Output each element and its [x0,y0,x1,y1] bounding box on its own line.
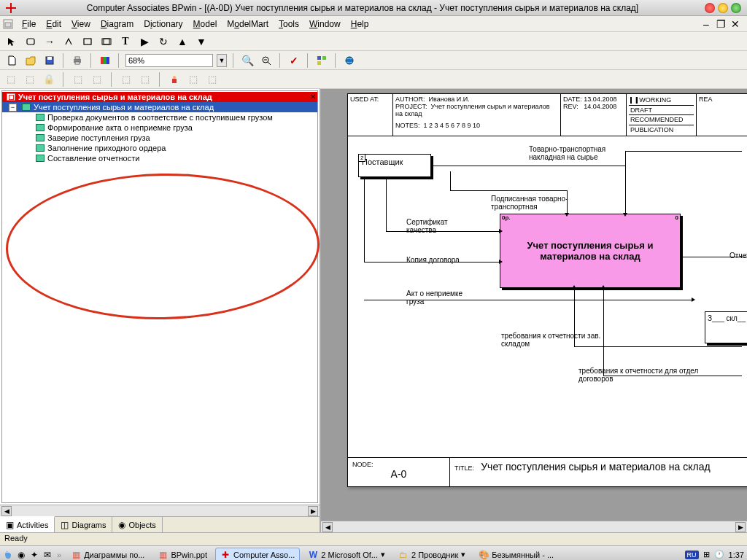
mm-btn-7[interactable]: ⬚ [139,73,152,86]
tree-item[interactable]: Формирование акта о неприемке груза [2,122,317,133]
up-tool-icon[interactable]: ▲ [175,34,190,49]
tree-item[interactable]: Заполнение приходного ордера [2,143,317,153]
save-file-icon[interactable] [42,53,57,68]
titlebar: Computer Associates BPwin - [(A-0D) Учет… [0,0,747,16]
mm-lock-icon[interactable]: 🔒 [42,73,55,86]
tree-item[interactable]: Проверка документов в соответствие с пос… [2,112,317,122]
taskbar-item[interactable]: ▦ BPwin.ppt [152,548,212,561]
taskbar-item[interactable]: ▦ Диаграммы по... [66,548,150,561]
header-dates: DATE: 13.04.2008 REV: 14.04.2008 [561,94,627,136]
taskbar-item[interactable]: 🗀 2 Проводник ▾ [393,548,471,561]
mm-btn-4[interactable]: ⬚ [71,73,85,86]
mm-btn-10[interactable]: ⬚ [206,73,219,86]
open-file-icon[interactable] [23,53,38,68]
menu-view[interactable]: View [67,18,95,30]
mm-btn-9[interactable]: ⬚ [187,73,200,86]
external-box-out[interactable]: З___ скл__ [705,311,747,343]
taskbar-item[interactable]: 🎨 Безымянный - ... [473,548,559,561]
menu-modelmart[interactable]: ModelMart [222,18,273,30]
footer-title: TITLE: Учет поступления сырья и материал… [450,458,747,486]
tree-root-row[interactable]: Учет поступления сырья и материалов на с… [2,92,317,102]
activity-icon [36,144,44,152]
menu-help[interactable]: Help [347,18,374,30]
rect-tool-icon[interactable] [80,34,95,49]
text-tool-icon[interactable]: T [118,34,133,49]
model-explorer-icon[interactable] [314,53,329,68]
print-icon[interactable] [70,53,85,68]
tree-hscroll[interactable]: ◀ ▶ [0,505,320,516]
mm-person-icon[interactable] [168,73,181,86]
zoom-in-icon[interactable]: 🔍 [240,53,255,68]
double-rect-tool-icon[interactable] [99,34,114,49]
menu-dictionary[interactable]: Dictionary [139,18,187,30]
scroll-right-icon[interactable]: ▶ [735,522,746,532]
activity-box-main[interactable]: 0р. 0 Учет поступления сырья и материало… [500,214,681,288]
tree-item-label: Заверие поступления груза [47,133,150,142]
mdi-restore-icon[interactable]: ❐ [715,18,727,30]
globe-icon[interactable] [342,53,357,68]
taskbar-item-label: Безымянный - ... [492,551,554,559]
supplier-label: Поставщик [362,158,403,166]
close-window-icon[interactable] [705,3,715,13]
status-text: Ready [4,534,28,542]
tree-item[interactable]: Составление отчетности [2,153,317,163]
tab-activities[interactable]: ▣ Activities [0,516,55,532]
standard-toolbar: ▼ 🔍 ✓ [0,51,747,70]
taskbar-item-label: 2 Microsoft Of... [321,551,378,559]
reload-tool-icon[interactable]: ↻ [156,34,171,49]
window-title: Computer Associates BPwin - [(A-0D) Учет… [20,3,705,13]
scroll-left-icon[interactable]: ◀ [1,506,12,516]
down-tool-icon[interactable]: ▼ [194,34,209,49]
play-tool-icon[interactable]: ▶ [137,34,152,49]
minimize-window-icon[interactable] [718,3,728,13]
zoom-dropdown-icon[interactable]: ▼ [217,54,227,67]
spell-check-icon[interactable]: ✓ [287,53,301,68]
panel-close-icon[interactable]: ✕ [310,93,316,101]
mm-btn-6[interactable]: ⬚ [120,73,133,86]
scroll-right-icon[interactable]: ▶ [308,506,318,516]
tray-icon[interactable]: ⊞ [703,550,710,559]
mm-btn-2[interactable]: ⬚ [23,73,36,86]
mdi-close-icon[interactable]: ✕ [729,18,741,30]
tree-item[interactable]: Заверие поступления груза [2,133,317,143]
tree-selected-row[interactable]: − Учет поступления сырья и материалов на… [2,102,317,112]
report-icon[interactable] [98,53,112,68]
new-file-icon[interactable] [4,53,19,68]
box-tool-icon[interactable] [23,34,38,49]
separator [63,53,64,68]
taskbar-item-active[interactable]: ✚ Computer Asso... [215,548,300,561]
taskbar-item[interactable]: W 2 Microsoft Of... ▾ [303,548,390,561]
menu-tools[interactable]: Tools [274,18,303,30]
zoom-input[interactable] [125,54,213,67]
tree-view[interactable]: ✕ Учет поступления сырья и материалов на… [1,90,318,503]
diagram-canvas[interactable]: USED AT: AUTHOR: Иванова И.И. PROJECT: У… [321,89,747,532]
arrow-tool-icon[interactable]: → [42,34,57,49]
tab-objects[interactable]: ◉ Objects [112,517,162,532]
arrow-label: Отчетн [729,252,747,260]
zoom-out-icon[interactable] [259,53,274,68]
quick-launch-icon[interactable]: ✉ [42,550,53,560]
menu-window[interactable]: Window [305,18,345,30]
menu-file[interactable]: File [18,18,40,30]
pointer-tool-icon[interactable] [4,34,19,49]
tab-diagrams[interactable]: ◫ Diagrams [55,517,112,532]
scroll-left-icon[interactable]: ◀ [322,522,333,532]
menu-edit[interactable]: Edit [42,18,66,30]
quick-launch-icon[interactable]: ✦ [29,550,39,560]
apple-menu-icon[interactable] [3,550,13,560]
menu-model[interactable]: Model [189,18,222,30]
tray-icon[interactable]: 🕐 [714,550,724,559]
footer-node: NODE: A-0 [348,458,450,486]
language-indicator[interactable]: RU [685,551,699,559]
canvas-hscroll[interactable]: ◀ ▶ [321,521,747,532]
collapse-icon[interactable]: − [9,104,17,112]
mm-btn-5[interactable]: ⬚ [90,73,104,86]
clock[interactable]: 1:37 [729,551,744,559]
mdi-minimize-icon[interactable]: – [700,18,712,30]
menu-diagram[interactable]: Diagram [96,18,138,30]
zoom-window-icon[interactable] [731,3,741,13]
branch-tool-icon[interactable] [61,34,76,49]
external-box-supplier[interactable]: 2 Поставщик [358,154,431,177]
quick-launch-icon[interactable]: ◉ [16,550,26,560]
mm-btn-1[interactable]: ⬚ [4,73,18,86]
